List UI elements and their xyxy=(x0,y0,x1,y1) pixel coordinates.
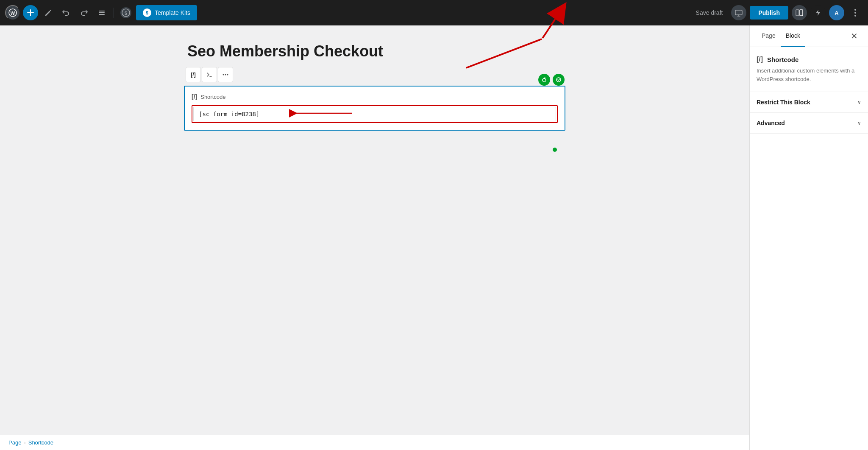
svg-point-14 xyxy=(223,74,224,75)
shortcode-input-container xyxy=(192,105,558,123)
restrict-block-header[interactable]: Restrict This Block ∨ xyxy=(750,92,868,112)
starter-templates-icon-button[interactable]: S xyxy=(118,5,134,20)
green-dot xyxy=(553,148,557,152)
save-draft-button[interactable]: Save draft xyxy=(691,6,728,20)
astra-label: A xyxy=(835,10,838,16)
circle-icon-1[interactable] xyxy=(538,74,550,86)
svg-rect-2 xyxy=(99,11,105,11)
restrict-block-section: Restrict This Block ∨ xyxy=(750,92,868,113)
sc-panel-description: Insert additional custom elements with a… xyxy=(757,67,861,83)
svg-rect-10 xyxy=(800,10,803,16)
svg-rect-3 xyxy=(99,12,105,13)
shortcode-input[interactable] xyxy=(193,107,556,121)
add-block-button[interactable] xyxy=(23,5,38,20)
breadcrumb-shortcode[interactable]: Shortcode xyxy=(28,439,53,446)
tab-page[interactable]: Page xyxy=(757,25,781,47)
edit-button[interactable] xyxy=(41,5,56,20)
toolbar-left: W xyxy=(5,5,197,20)
more-options-button[interactable] xyxy=(848,5,863,20)
tab-block[interactable]: Block xyxy=(781,25,805,47)
svg-point-15 xyxy=(225,74,226,75)
advanced-header[interactable]: Advanced ∨ xyxy=(750,113,868,133)
sidebar-close-button[interactable]: ✕ xyxy=(847,28,861,45)
block-type-button[interactable]: [/] xyxy=(186,67,201,82)
breadcrumb-page[interactable]: Page xyxy=(8,439,21,446)
template-kits-button[interactable]: $ Template Kits xyxy=(136,5,197,20)
undo-button[interactable] xyxy=(58,5,74,20)
settings-panel-button[interactable] xyxy=(792,5,807,20)
shortcode-header-label: Shortcode xyxy=(200,94,225,100)
block-transform-button[interactable] xyxy=(202,67,217,82)
astra-icon-button[interactable]: A xyxy=(829,5,844,20)
shortcode-block-header: [/] Shortcode xyxy=(192,93,558,100)
canvas-empty-area xyxy=(184,131,565,258)
breadcrumb-separator: › xyxy=(24,439,25,446)
shortcode-info-panel: [/] Shortcode Insert additional custom e… xyxy=(750,47,868,92)
redo-button[interactable] xyxy=(76,5,92,20)
restrict-block-title: Restrict This Block xyxy=(757,99,810,106)
editor-inner: Seo Membership Checkout [/] xyxy=(184,42,565,258)
svg-text:W: W xyxy=(11,11,15,16)
restrict-block-chevron-icon: ∨ xyxy=(857,99,861,105)
svg-point-12 xyxy=(854,12,856,14)
svg-rect-8 xyxy=(735,10,742,15)
wp-logo-button[interactable]: W xyxy=(5,5,20,20)
preview-button[interactable] xyxy=(731,5,746,20)
shortcode-bracket-icon: [/] xyxy=(192,93,197,100)
block-more-button[interactable] xyxy=(218,67,233,82)
publish-button[interactable]: Publish xyxy=(750,6,788,20)
template-kits-label: Template Kits xyxy=(155,9,190,16)
svg-point-16 xyxy=(227,74,228,75)
svg-point-13 xyxy=(854,15,856,17)
block-corner-icons xyxy=(538,74,565,86)
page-title[interactable]: Seo Membership Checkout xyxy=(184,42,565,60)
svg-point-11 xyxy=(854,9,856,11)
advanced-chevron-icon: ∨ xyxy=(857,120,861,126)
shortcode-block: [/] Shortcode xyxy=(184,86,565,131)
template-kits-icon: $ xyxy=(143,8,151,17)
toolbar: W xyxy=(0,0,868,25)
main-area: Seo Membership Checkout [/] xyxy=(0,25,868,450)
circle-icon-2[interactable] xyxy=(553,74,565,86)
shortcode-input-wrapper xyxy=(192,105,558,123)
toolbar-separator-1 xyxy=(114,8,114,18)
toolbar-right: Save draft Publish A xyxy=(691,5,863,20)
right-sidebar: Page Block ✕ [/] Shortcode Insert additi… xyxy=(749,25,868,450)
svg-text:S: S xyxy=(125,11,128,16)
advanced-section: Advanced ∨ xyxy=(750,113,868,134)
sc-panel-title: Shortcode xyxy=(767,56,798,63)
block-toolbar: [/] xyxy=(184,67,565,82)
bolt-icon-button[interactable] xyxy=(810,5,826,20)
shortcode-info-header: [/] Shortcode xyxy=(757,56,861,63)
sc-bracket-icon: [/] xyxy=(757,56,763,63)
sidebar-tabs: Page Block ✕ xyxy=(750,25,868,47)
list-view-button[interactable] xyxy=(94,5,109,20)
breadcrumb: Page › Shortcode xyxy=(0,435,749,450)
editor-area: Seo Membership Checkout [/] xyxy=(0,25,749,450)
svg-rect-4 xyxy=(99,14,105,15)
svg-rect-9 xyxy=(796,10,799,16)
block-type-label: [/] xyxy=(191,72,195,78)
advanced-title: Advanced xyxy=(757,120,785,126)
